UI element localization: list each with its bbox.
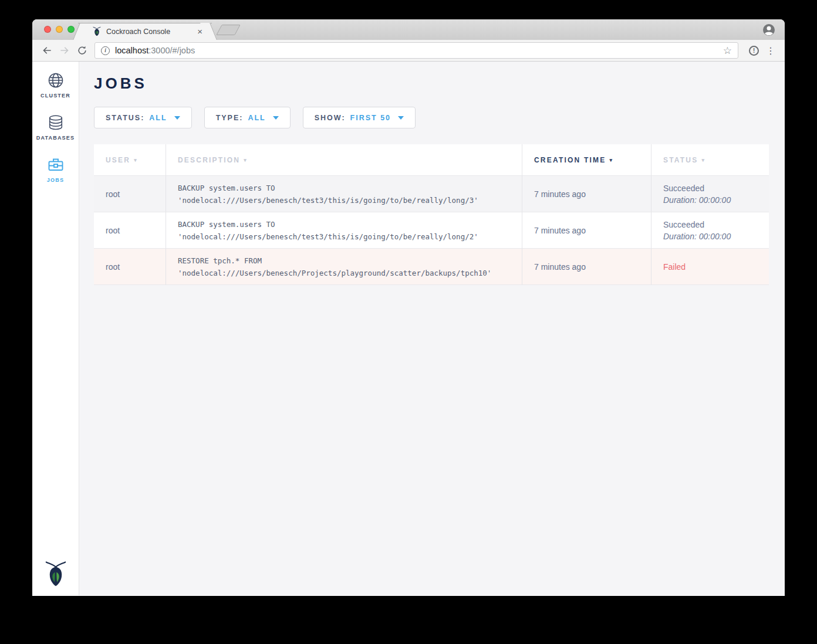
tab-border [78,23,212,23]
user-value: root [106,262,166,272]
sidebar-item-jobs[interactable]: JOBS [32,156,79,183]
description-cell: RESTORE tpch.* FROM 'nodelocal:///Users/… [166,249,522,285]
titlebar: Cockroach Console × [32,19,785,40]
table-body: root BACKUP system.users TO 'nodelocal:/… [94,176,769,285]
sidebar-item-label: JOBS [47,177,64,183]
address-bar[interactable]: i localhost:3000/#/jobs ☆ [94,42,738,59]
column-header-description[interactable]: DESCRIPTION ▾ [166,144,522,176]
type-filter-dropdown[interactable]: TYPE: ALL [204,107,291,128]
table-row: root BACKUP system.users TO 'nodelocal:/… [94,176,769,212]
description-line2: 'nodelocal:///Users/benesch/test3/this/i… [178,194,522,206]
creation-time-cell: 7 minutes ago [522,212,651,249]
database-icon [47,114,65,131]
user-value: root [106,189,166,199]
description-line2: 'nodelocal:///Users/benesch/test3/this/i… [178,231,522,243]
extension-icon[interactable]: ! [749,46,759,56]
status-badge: Succeeded [663,219,769,231]
creation-time-cell: 7 minutes ago [522,249,651,285]
creation-time-value: 7 minutes ago [534,262,651,272]
filter-label: SHOW: [315,114,346,122]
user-cell: root [94,212,166,249]
description-cell: BACKUP system.users TO 'nodelocal:///Use… [166,212,522,249]
sort-arrow-icon: ▾ [134,157,138,163]
column-header-creation-time[interactable]: CREATION TIME ▾ [522,144,651,176]
description-line1: BACKUP system.users TO [178,182,522,194]
column-header-status[interactable]: STATUS ▾ [651,144,769,176]
browser-window: Cockroach Console × [32,19,785,596]
filter-bar: STATUS: ALL TYPE: ALL SHOW: FIRST 50 [94,107,785,128]
forward-icon[interactable] [56,42,73,59]
chevron-down-icon [398,116,404,120]
jobs-page: JOBS STATUS: ALL TYPE: ALL SHOW: FIRS [79,62,785,595]
sidebar-item-label: CLUSTER [40,93,70,99]
column-label: CREATION TIME [534,156,606,164]
site-info-icon[interactable]: i [101,46,110,55]
table-row: root BACKUP system.users TO 'nodelocal:/… [94,212,769,249]
filter-label: TYPE: [216,114,244,122]
sidebar-item-cluster[interactable]: CLUSTER [32,72,79,99]
description-line1: BACKUP system.users TO [178,218,522,231]
status-cell: Succeeded Duration: 00:00:00 [651,176,769,212]
description-cell: BACKUP system.users TO 'nodelocal:///Use… [166,176,522,212]
cockroach-favicon-icon [92,26,102,36]
filter-value: ALL [149,114,167,122]
status-cell: Failed [651,249,769,285]
briefcase-icon [47,156,65,174]
profile-avatar-icon[interactable] [762,23,775,36]
column-header-user[interactable]: USER ▾ [94,144,166,176]
url-text: localhost:3000/#/jobs [115,46,718,55]
new-tab-button[interactable] [216,25,241,35]
minimize-window-button[interactable] [56,26,63,33]
sort-arrow-icon: ▾ [244,157,248,163]
description-line2: 'nodelocal:///Users/benesch/Projects/pla… [178,267,522,279]
table-row: root RESTORE tpch.* FROM 'nodelocal:///U… [94,249,769,285]
show-filter-dropdown[interactable]: SHOW: FIRST 50 [303,107,416,128]
browser-tab[interactable]: Cockroach Console × [82,23,208,40]
zoom-window-button[interactable] [67,26,75,33]
sort-arrow-icon: ▾ [701,157,705,163]
jobs-table: USER ▾ DESCRIPTION ▾ CREATION TIME ▾ S [94,144,769,285]
status-filter-dropdown[interactable]: STATUS: ALL [94,107,192,128]
chevron-down-icon [174,116,180,120]
status-duration: Duration: 00:00:00 [663,194,769,206]
browser-toolbar: i localhost:3000/#/jobs ☆ ! ⋮ [32,40,785,62]
filter-label: STATUS: [106,114,144,122]
sidebar: CLUSTER DATABASES [32,62,79,595]
status-badge: Failed [663,261,769,273]
sidebar-item-databases[interactable]: DATABASES [32,114,79,141]
filter-value: FIRST 50 [350,114,391,122]
url-host: localhost [115,46,148,55]
user-cell: root [94,249,166,285]
cockroach-logo-icon [45,560,67,587]
desktop-background: Cockroach Console × [0,0,817,644]
url-path: :3000/#/jobs [148,46,195,55]
close-window-button[interactable] [44,26,51,33]
column-label: USER [106,156,130,164]
status-duration: Duration: 00:00:00 [663,231,769,242]
table-header-row: USER ▾ DESCRIPTION ▾ CREATION TIME ▾ S [94,144,769,176]
browser-menu-icon[interactable]: ⋮ [762,45,779,56]
description-line1: RESTORE tpch.* FROM [178,255,522,267]
cockroach-console-app: CLUSTER DATABASES [32,62,785,595]
globe-icon [47,72,65,89]
user-value: root [106,226,166,235]
creation-time-cell: 7 minutes ago [522,176,651,212]
bookmark-star-icon[interactable]: ☆ [723,45,732,57]
chevron-down-icon [273,116,279,120]
back-icon[interactable] [38,42,56,59]
column-label: STATUS [663,156,698,164]
creation-time-value: 7 minutes ago [534,226,651,235]
page-title: JOBS [94,74,785,93]
sidebar-item-label: DATABASES [36,135,75,141]
filter-value: ALL [248,114,265,122]
tab-close-icon[interactable]: × [197,27,202,36]
tab-title: Cockroach Console [106,28,193,36]
sort-arrow-icon: ▾ [609,157,613,163]
creation-time-value: 7 minutes ago [534,189,651,199]
status-badge: Succeeded [663,182,769,194]
user-cell: root [94,176,166,212]
status-cell: Succeeded Duration: 00:00:00 [651,212,769,249]
traffic-lights [44,26,75,33]
column-label: DESCRIPTION [178,156,240,164]
reload-icon[interactable] [73,42,91,59]
